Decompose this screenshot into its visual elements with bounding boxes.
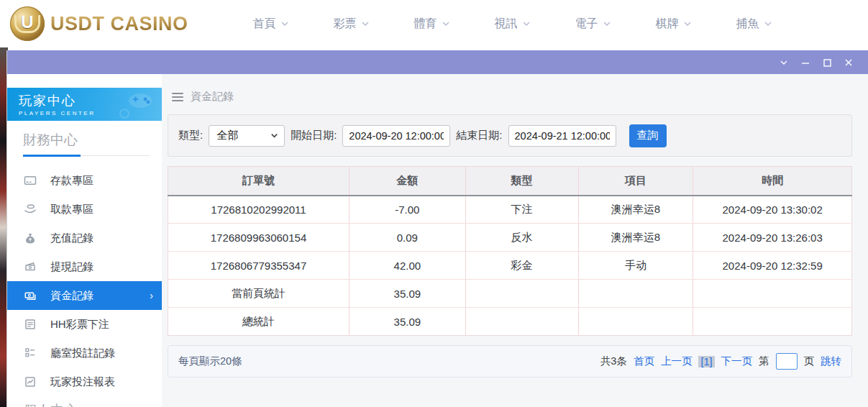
window-body: 玩家中心 PLAYERS CENTER 財務中心: [7, 74, 868, 407]
chevron-right-icon: ›: [150, 290, 153, 301]
maximize-icon: [822, 58, 832, 68]
logo-coin-icon: U: [10, 6, 45, 41]
total-count-text: 共3条: [600, 355, 627, 368]
cell-amount: -7.00: [350, 196, 466, 224]
jump-button[interactable]: 跳转: [821, 355, 841, 368]
start-date-label: 開始日期:: [291, 129, 337, 142]
brand-logo[interactable]: U USDT CASINO: [10, 6, 188, 41]
chevron-down-icon: [603, 19, 611, 28]
page: U USDT CASINO 首頁 彩票 體育 視訊 電子: [0, 0, 868, 407]
page-jump-input[interactable]: [776, 353, 798, 370]
sidebar-item-label: 取款專區: [50, 203, 93, 216]
main-content: 資金記錄 類型: 全部 開始日期: 結束日期: 查詢: [162, 74, 868, 407]
prev-page-link[interactable]: 上一页: [661, 355, 693, 368]
nav-label: 捕魚: [736, 17, 759, 32]
sidebar-item-label: 存款專區: [50, 174, 93, 188]
next-page-link[interactable]: 下一页: [721, 355, 753, 368]
logo-letter: U: [14, 15, 40, 33]
first-page-link[interactable]: 首页: [634, 355, 654, 368]
chevron-down-icon: [280, 19, 289, 28]
window-titlebar: [7, 50, 868, 74]
col-header-item: 項目: [578, 167, 693, 196]
end-date-input[interactable]: [508, 125, 616, 147]
nav-item-home[interactable]: 首頁: [253, 17, 289, 32]
hall-records-icon: [23, 346, 37, 360]
nav-label: 棋牌: [656, 17, 679, 32]
funds-record-table: 訂單號 金額 類型 項目 時間 1726810202992011 -7.00 下…: [168, 166, 852, 336]
sidebar-item-label: 廳室投註記錄: [50, 347, 115, 360]
table-header-row: 訂單號 金額 類型 項目 時間: [168, 167, 852, 196]
funds-record-icon: [23, 288, 37, 303]
window-close-button[interactable]: [838, 55, 859, 70]
sidebar-item-recharge-records[interactable]: 充值記錄: [7, 224, 162, 252]
nav-item-live[interactable]: 視訊: [495, 17, 531, 32]
sidebar-item-funds-records[interactable]: 資金記錄 ›: [7, 281, 162, 310]
chevron-down-icon: [683, 19, 692, 28]
cell-item: 澳洲幸运8: [578, 224, 693, 252]
cell-time: 2024-09-20 13:30:02: [693, 196, 852, 224]
cell-type: 彩金: [465, 252, 578, 280]
table-summary-row-current-page: 當前頁統計 35.09: [168, 280, 852, 308]
sidebar-item-hall-bet-records[interactable]: 廳室投註記錄: [7, 339, 162, 367]
nav-item-sports[interactable]: 體育: [414, 17, 450, 32]
cell-amount: 42.00: [350, 252, 466, 280]
sidebar-menu: 存款專區 取款專區 充值記錄: [7, 166, 162, 396]
pagination-controls: 共3条 首页 上一页 [1] 下一页 第 页 跳转: [600, 353, 841, 370]
window-maximize-button[interactable]: [816, 55, 838, 70]
col-header-amount: 金額: [350, 167, 466, 196]
sidebar-item-label: 資金記錄: [50, 289, 93, 303]
nav-label: 彩票: [334, 17, 357, 32]
pagination-bar: 每頁顯示20條 共3条 首页 上一页 [1] 下一页 第 页 跳转: [168, 345, 852, 378]
cell-summary-amount: 35.09: [350, 308, 466, 336]
query-button[interactable]: 查詢: [629, 124, 667, 147]
nav-item-lottery[interactable]: 彩票: [334, 17, 370, 32]
cell-summary-label: 當前頁統計: [168, 280, 350, 308]
cell-item: 澳洲幸运8: [578, 196, 693, 224]
cell-empty: [693, 280, 852, 308]
window-minimize-button[interactable]: [795, 55, 816, 70]
type-select[interactable]: 全部: [209, 125, 285, 147]
chevron-down-icon: [764, 19, 772, 28]
cell-time: 2024-09-20 13:26:03: [693, 224, 852, 252]
window-collapse-button[interactable]: [773, 55, 795, 70]
cell-empty: [693, 308, 852, 336]
start-date-input[interactable]: [342, 125, 450, 147]
jump-suffix-text: 页: [804, 355, 815, 368]
nav-item-fishing[interactable]: 捕魚: [736, 17, 772, 32]
type-select-value: 全部: [216, 129, 238, 142]
nav-item-board-games[interactable]: 棋牌: [656, 17, 692, 32]
nav-label: 電子: [575, 17, 598, 32]
sidebar-item-hh-lottery-bets[interactable]: HH彩票下注: [7, 310, 162, 339]
sidebar-item-withdraw-zone[interactable]: 取款專區: [7, 195, 162, 224]
minimize-icon: [800, 58, 810, 68]
cell-summary-amount: 35.09: [350, 280, 466, 308]
nav-label: 視訊: [495, 17, 518, 32]
sidebar-item-label: HH彩票下注: [50, 318, 109, 331]
cell-order-no: 1726806779355347: [168, 252, 350, 280]
cell-summary-label: 總統計: [168, 308, 350, 336]
current-page-indicator: [1]: [698, 356, 714, 367]
sidebar-item-withdrawal-records[interactable]: 提現記錄: [7, 252, 162, 281]
cell-type: 下注: [465, 196, 578, 224]
section-finance-center: 財務中心: [23, 131, 150, 156]
cell-order-no: 1726810202992011: [168, 196, 350, 224]
close-icon: [844, 58, 854, 68]
cell-empty: [465, 280, 578, 308]
chevron-down-icon: [522, 19, 531, 28]
chevron-down-icon: [779, 58, 789, 68]
players-center-banner: 玩家中心 PLAYERS CENTER: [7, 88, 162, 121]
app-window: 玩家中心 PLAYERS CENTER 財務中心: [7, 50, 868, 407]
money-bag-icon: [23, 231, 37, 245]
jump-prefix-text: 第: [759, 355, 769, 368]
cell-item: 手动: [578, 252, 693, 280]
table-row: 1726806779355347 42.00 彩金 手动 2024-09-20 …: [168, 252, 852, 280]
chevron-down-icon: [361, 19, 370, 28]
sidebar-item-player-bet-report[interactable]: 玩家投注報表: [7, 367, 162, 396]
gamepad-icon: [110, 91, 156, 119]
report-chart-icon: [23, 375, 37, 389]
cell-empty: [578, 308, 693, 336]
hamburger-icon[interactable]: [172, 93, 183, 101]
cell-type: 反水: [465, 224, 578, 252]
sidebar-item-deposit-zone[interactable]: 存款專區: [7, 166, 162, 195]
nav-item-slots[interactable]: 電子: [575, 17, 611, 32]
